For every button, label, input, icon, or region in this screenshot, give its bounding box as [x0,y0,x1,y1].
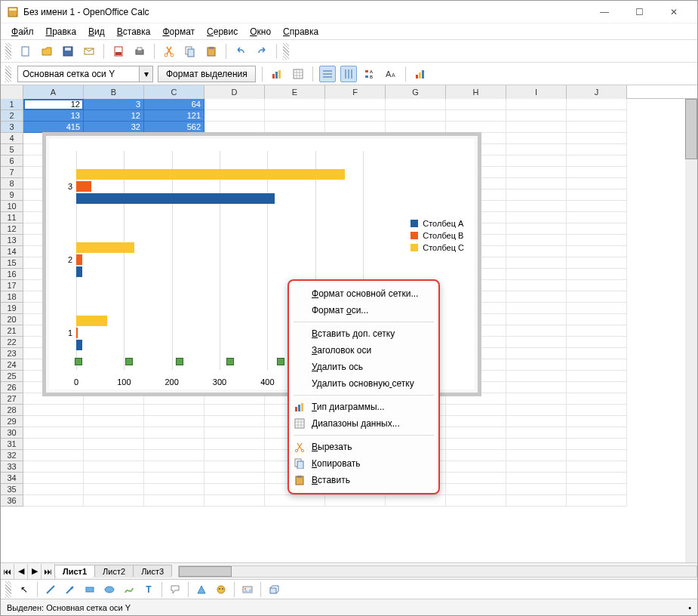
cell[interactable] [506,439,567,450]
chart-bar[interactable] [76,181,91,192]
paste-icon[interactable] [203,43,220,60]
cell[interactable] [567,144,627,156]
new-doc-icon[interactable] [17,43,34,60]
cell[interactable] [23,416,84,427]
cell[interactable] [567,291,627,303]
cell[interactable] [567,382,627,393]
redo-icon[interactable] [254,43,270,60]
arrow-icon[interactable] [62,581,78,598]
cell[interactable] [506,133,567,144]
row-header[interactable]: 36 [1,495,23,507]
undo-icon[interactable] [232,43,249,60]
row-header[interactable]: 35 [1,484,23,495]
cell[interactable] [506,156,567,167]
cell[interactable] [325,495,386,507]
cell[interactable] [567,337,627,348]
cell[interactable] [23,450,84,461]
tab-nav-prev[interactable]: ◀ [14,564,28,579]
cell[interactable] [265,110,325,122]
cell[interactable] [506,201,567,212]
symbol-shapes-icon[interactable] [213,581,229,598]
cell[interactable] [567,212,627,223]
cell[interactable] [567,484,627,495]
text-icon[interactable]: T [140,581,157,598]
line-icon[interactable] [42,581,59,598]
toolbar-grip[interactable] [5,43,11,60]
cell[interactable] [506,359,567,371]
maximize-button[interactable]: ☐ [622,1,656,23]
row-header[interactable]: 26 [1,382,23,393]
select-all-corner[interactable] [1,85,23,99]
row-header[interactable]: 24 [1,359,23,371]
cell[interactable] [386,110,446,122]
chart-bar[interactable] [76,340,82,350]
cell[interactable] [506,450,567,461]
open-icon[interactable] [38,43,55,60]
cell[interactable] [567,450,627,461]
chart-bar[interactable] [76,169,345,180]
column-header[interactable]: B [84,85,144,99]
cell[interactable] [506,246,567,257]
format-selection-button[interactable]: Формат выделения [158,66,256,82]
column-header[interactable]: A [23,85,84,99]
column-header[interactable]: H [446,85,506,99]
cell[interactable] [567,405,627,416]
cell[interactable] [567,223,627,235]
menu-правка[interactable]: Правка [42,25,81,38]
context-menu-item[interactable]: Формат оси... [289,302,438,319]
vertical-scrollbar[interactable] [685,99,697,562]
column-header[interactable]: J [567,85,627,99]
tab-nav-last[interactable]: ⏭ [42,564,55,579]
cell[interactable] [325,110,386,122]
cell[interactable] [204,122,265,133]
row-header[interactable]: 14 [1,246,23,257]
mail-icon[interactable] [81,43,97,60]
cell[interactable] [506,280,567,291]
legend-icon[interactable]: AB [361,66,378,82]
text-scale-icon[interactable]: AA [383,66,399,82]
cell[interactable] [84,495,144,507]
chart-layout-icon[interactable] [412,66,429,82]
cell[interactable] [567,325,627,337]
cell[interactable] [506,269,567,280]
close-button[interactable]: ✕ [656,1,691,23]
cell[interactable] [506,189,567,201]
legend-item[interactable]: Столбец A [410,219,464,228]
cell[interactable] [567,269,627,280]
chart-object[interactable]: 0100200300400500600123 Столбец AСтолбец … [42,132,481,396]
cell[interactable] [567,99,627,110]
cell[interactable] [204,99,265,110]
cell[interactable] [506,110,567,122]
row-header[interactable]: 18 [1,291,23,303]
row-header[interactable]: 16 [1,269,23,280]
menu-справка[interactable]: Справка [278,25,323,38]
row-header[interactable]: 22 [1,337,23,348]
cell[interactable] [567,348,627,359]
callout-icon[interactable] [167,581,183,598]
chart-bar[interactable] [76,316,107,326]
export-pdf-icon[interactable] [110,43,127,60]
context-menu-item[interactable]: Удалить ось [289,359,438,375]
cell[interactable] [446,484,506,495]
cell[interactable]: 415 [23,122,84,133]
row-header[interactable]: 1 [1,99,23,110]
row-header[interactable]: 11 [1,212,23,223]
row-header[interactable]: 17 [1,280,23,291]
cell[interactable] [446,461,506,473]
selection-handle[interactable] [176,358,183,365]
menu-окно[interactable]: Окно [245,25,275,38]
print-icon[interactable] [131,43,148,60]
row-header[interactable]: 20 [1,314,23,325]
row-header[interactable]: 15 [1,257,23,269]
freeform-icon[interactable] [121,581,137,598]
cell[interactable] [567,178,627,189]
legend-item[interactable]: Столбец B [410,231,464,240]
cell[interactable] [506,405,567,416]
context-menu-item[interactable]: Формат основной сетки... [289,285,438,302]
cell[interactable] [506,371,567,382]
cell[interactable] [144,427,204,439]
basic-shapes-icon[interactable] [193,581,210,598]
context-menu-item[interactable]: Удалить основную сетку [289,375,438,392]
chart-bar[interactable] [76,266,82,277]
cell[interactable] [144,416,204,427]
